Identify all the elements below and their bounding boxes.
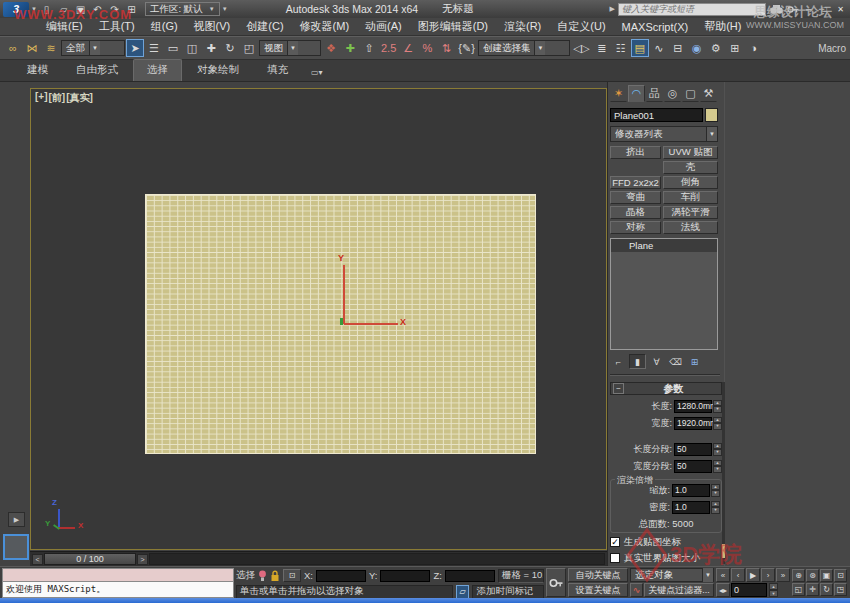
auto-key-button[interactable]: 自动关键点	[568, 568, 628, 582]
panel-scrollbar[interactable]	[722, 382, 725, 564]
save-file-icon[interactable]: ▣	[73, 2, 88, 16]
select-and-link-icon[interactable]: ∞	[4, 39, 22, 57]
object-color-swatch[interactable]	[705, 108, 718, 122]
go-to-start-button[interactable]: «	[716, 568, 730, 582]
rendered-frame-icon[interactable]: ⊞	[726, 39, 744, 57]
configure-modifier-sets-icon[interactable]: ⊞	[686, 354, 703, 369]
use-pivot-point-icon[interactable]: ❖	[322, 39, 340, 57]
mirror-icon[interactable]: ◁▷	[571, 39, 592, 57]
modifier-preset-button[interactable]: 法线	[663, 221, 718, 234]
time-slider-grip[interactable]: 0 / 100	[44, 553, 136, 565]
tab-display[interactable]: ▢	[682, 85, 699, 102]
parameters-rollout-header[interactable]: − 参数	[610, 382, 722, 395]
modifier-preset-button[interactable]: 挤出	[610, 146, 661, 159]
selection-lock-icon[interactable]	[270, 570, 280, 582]
ribbon-tab-freeform[interactable]: 自由形式	[63, 60, 131, 81]
param-field[interactable]: 1.0	[672, 501, 710, 514]
project-folder-icon[interactable]: ⊞	[124, 2, 139, 16]
unlink-selection-icon[interactable]: ⋈	[23, 39, 41, 57]
modifier-preset-button[interactable]: 壳	[663, 161, 718, 174]
ribbon-minimize-icon[interactable]: ▭▾	[303, 64, 331, 81]
set-key-button[interactable]: 设置关键点	[568, 583, 628, 597]
maxscript-macro-row[interactable]	[2, 568, 234, 582]
absolute-mode-icon[interactable]: ⊡	[283, 569, 301, 582]
menu-item[interactable]: 图形编辑器(D)	[410, 19, 496, 34]
param-spinner[interactable]: ▲▼	[711, 501, 720, 514]
snap-toggle-icon[interactable]: 2.5	[379, 39, 398, 57]
select-and-move-icon[interactable]: ✚	[202, 39, 220, 57]
menu-item[interactable]: 帮助(H)	[696, 19, 749, 34]
param-field[interactable]: 50	[674, 443, 712, 456]
bind-to-space-warp-icon[interactable]: ≋	[42, 39, 60, 57]
add-time-tag[interactable]: 添加时间标记	[472, 585, 544, 599]
zoom-region-icon[interactable]: ◱	[792, 583, 805, 596]
key-mode-toggle[interactable]: ◂▸	[716, 583, 730, 597]
param-spinner[interactable]: ▲▼	[713, 417, 722, 430]
keyboard-override-icon[interactable]: ⇧	[360, 39, 378, 57]
zoom-all-icon[interactable]: ⊛	[806, 569, 819, 582]
menu-item[interactable]: 组(G)	[143, 19, 186, 34]
gizmo-y-axis[interactable]	[343, 265, 345, 324]
param-spinner[interactable]: ▲▼	[713, 400, 722, 413]
menu-item[interactable]: 视图(V)	[186, 19, 239, 34]
layer-manager-icon[interactable]: ☷	[612, 39, 630, 57]
maxscript-output-row[interactable]: 欢迎使用 MAXScript。	[2, 582, 234, 598]
tab-modify[interactable]: ◠	[628, 85, 645, 102]
param-spinner[interactable]: ▲▼	[711, 484, 720, 497]
tab-hierarchy[interactable]: 品	[646, 85, 663, 102]
x-coordinate-field[interactable]	[316, 570, 366, 582]
viewport-layout-flyout-button[interactable]: ▶	[8, 512, 25, 527]
edit-named-sets-icon[interactable]: {✎}	[456, 39, 477, 57]
set-keys-button[interactable]	[546, 568, 566, 597]
viewport-menu-label[interactable]: [+]	[35, 91, 48, 105]
search-expand-arrow-icon[interactable]: ▶	[610, 5, 615, 13]
next-frame-button[interactable]: ›	[761, 568, 775, 582]
isolate-selection-icon[interactable]	[258, 570, 267, 582]
percent-snap-icon[interactable]: %	[418, 39, 436, 57]
menu-item[interactable]: 自定义(U)	[549, 19, 613, 34]
ribbon-tab-object-paint[interactable]: 对象绘制	[184, 60, 252, 81]
ribbon-tab-selection[interactable]: 选择	[133, 59, 182, 81]
param-field[interactable]: 50	[674, 460, 712, 473]
spinner-snap-icon[interactable]: ⇅	[437, 39, 455, 57]
logo-menu-arrow-icon[interactable]: ▼	[31, 6, 37, 12]
object-name-field[interactable]: Plane001	[610, 108, 703, 122]
modifier-preset-button[interactable]: FFD 2x2x2	[610, 176, 661, 189]
modifier-preset-button[interactable]: 对称	[610, 221, 661, 234]
y-coordinate-field[interactable]	[380, 570, 430, 582]
tab-utilities[interactable]: ⚒	[700, 85, 717, 102]
render-setup-icon[interactable]: ⚙	[707, 39, 725, 57]
remove-modifier-icon[interactable]: ⌫	[667, 354, 684, 369]
modifier-preset-button[interactable]: 涡轮平滑	[663, 206, 718, 219]
zoom-extents-icon[interactable]: ▣	[820, 569, 833, 582]
viewport-view-label[interactable]: [前]	[49, 91, 66, 105]
search-icon[interactable]	[769, 4, 784, 15]
play-button[interactable]: ▶	[746, 568, 760, 582]
zoom-icon[interactable]: ⊕	[792, 569, 805, 582]
orbit-icon[interactable]: ↻	[820, 583, 833, 596]
current-frame-field[interactable]	[731, 583, 767, 597]
viewport-shading-label[interactable]: [真实]	[66, 91, 93, 105]
next-frame-arrow[interactable]: >	[137, 554, 148, 565]
frame-spinner[interactable]: ▲▼	[769, 583, 778, 597]
previous-frame-button[interactable]: ‹	[731, 568, 745, 582]
modifier-preset-button[interactable]: 弯曲	[610, 191, 661, 204]
param-field[interactable]: 1.0	[672, 484, 710, 497]
modifier-stack-item[interactable]: Plane	[611, 239, 717, 252]
pin-stack-icon[interactable]: ⌐	[610, 354, 627, 369]
select-and-manipulate-icon[interactable]: ✚	[341, 39, 359, 57]
open-file-icon[interactable]: ▱	[56, 2, 71, 16]
select-and-scale-icon[interactable]: ◰	[240, 39, 258, 57]
maxscript-mini-listener[interactable]: 欢迎使用 MAXScript。	[2, 568, 234, 598]
checkbox[interactable]	[610, 553, 620, 563]
modifier-preset-button[interactable]: 倒角	[663, 176, 718, 189]
ribbon-toggle-icon[interactable]: ▤	[631, 39, 649, 57]
checkbox[interactable]	[610, 537, 620, 547]
new-scene-icon[interactable]: ▯	[39, 2, 54, 16]
gizmo-x-axis[interactable]	[344, 323, 398, 325]
z-coordinate-field[interactable]	[445, 570, 495, 582]
param-field[interactable]: 1920.0mm	[674, 417, 712, 430]
rectangular-selection-icon[interactable]: ▭	[164, 39, 182, 57]
param-spinner[interactable]: ▲▼	[713, 443, 722, 456]
key-filters-button[interactable]: 关键点过滤器...	[644, 583, 714, 597]
